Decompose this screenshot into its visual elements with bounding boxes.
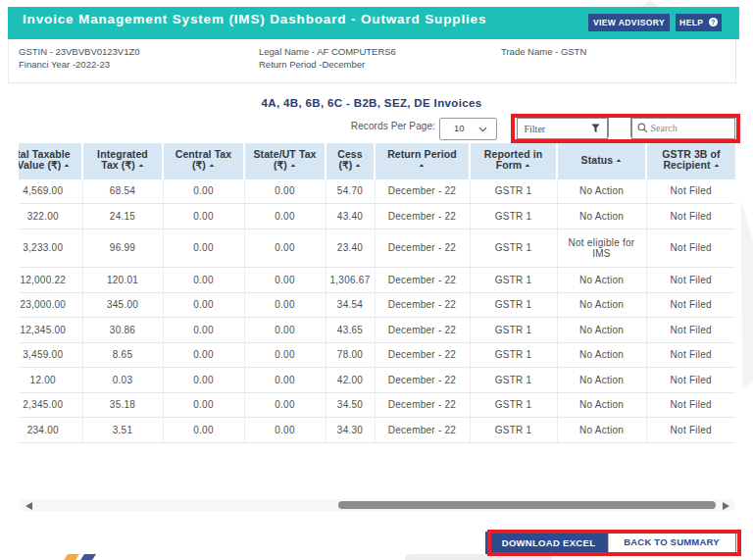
- svg-text:?: ?: [711, 19, 715, 25]
